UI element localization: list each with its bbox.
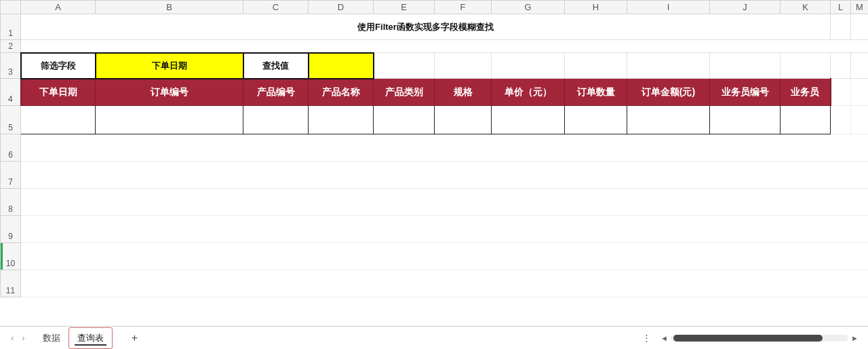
th-sales-name: 业务员 [781,79,831,106]
th-sales-no: 业务员编号 [710,79,781,106]
cell[interactable] [831,53,851,79]
select-all-corner[interactable] [1,1,21,14]
tab-options-icon[interactable]: ⋮ [642,333,658,343]
table-cell[interactable] [492,106,565,134]
row-header-6[interactable]: 6 [1,134,21,162]
col-header-D[interactable]: D [309,1,374,14]
col-header-M[interactable]: M [851,1,869,14]
table-cell[interactable] [710,106,781,134]
table-cell[interactable] [435,106,492,134]
cell[interactable] [21,189,869,216]
row-header-8[interactable]: 8 [1,189,21,216]
scrollbar-thumb[interactable] [673,335,823,342]
cell[interactable] [21,134,869,162]
col-header-J[interactable]: J [710,1,781,14]
th-product-name: 产品名称 [309,79,374,106]
cell[interactable] [21,216,869,243]
row-header-3[interactable]: 3 [1,53,21,79]
cell[interactable] [781,53,831,79]
table-cell[interactable] [627,106,710,134]
row-header-4[interactable]: 4 [1,79,21,106]
table-cell[interactable] [374,106,435,134]
tab-nav-next-icon[interactable]: › [22,333,24,343]
cell[interactable] [492,53,565,79]
cell[interactable] [565,53,627,79]
row-header-10[interactable]: 10 [1,243,21,270]
cell[interactable] [831,79,851,106]
row-header-5[interactable]: 5 [1,106,21,134]
row-header-1[interactable]: 1 [1,14,21,40]
col-header-K[interactable]: K [781,1,831,14]
th-category: 产品类别 [374,79,435,106]
row-header-2[interactable]: 2 [1,40,21,53]
cell[interactable] [710,53,781,79]
row-header-7[interactable]: 7 [1,162,21,189]
table-cell[interactable] [565,106,627,134]
col-header-H[interactable]: H [565,1,627,14]
th-amount: 订单金额(元) [627,79,710,106]
add-sheet-button[interactable]: + [126,329,143,347]
page-title: 使用Filter函数实现多字段模糊查找 [21,14,831,40]
table-cell[interactable] [243,106,309,134]
th-order-date: 下单日期 [21,79,96,106]
row-header-9[interactable]: 9 [1,216,21,243]
sheet-tab-query[interactable]: 查询表 [68,327,113,349]
cell[interactable] [21,40,869,53]
col-header-E[interactable]: E [374,1,435,14]
cell[interactable] [435,53,492,79]
scroll-right-icon[interactable]: ► [848,334,861,342]
tab-nav-prev-icon[interactable]: ‹ [11,333,14,343]
worksheet-grid[interactable]: A B C D E F G H I J K L M 1 使用Filter函数实现… [0,0,868,326]
cell[interactable] [374,53,435,79]
row-header-11[interactable]: 11 [1,270,21,297]
cell[interactable] [21,162,869,189]
horizontal-scrollbar[interactable]: ◄ ► [658,333,861,343]
th-qty: 订单数量 [565,79,627,106]
filter-field-value[interactable]: 下单日期 [96,53,243,79]
sheet-tab-data[interactable]: 数据 [35,328,68,348]
th-unit-price: 单价（元） [492,79,565,106]
cell[interactable] [21,270,869,297]
cell[interactable] [851,79,869,106]
filter-field-label: 筛选字段 [21,53,96,79]
col-header-C[interactable]: C [243,1,309,14]
table-cell[interactable] [21,106,96,134]
cell[interactable] [851,106,869,134]
th-spec: 规格 [435,79,492,106]
cell[interactable] [21,243,869,270]
scrollbar-track[interactable] [671,335,848,342]
cell[interactable] [831,106,851,134]
table-cell[interactable] [309,106,374,134]
col-header-F[interactable]: F [435,1,492,14]
col-header-B[interactable]: B [96,1,243,14]
sheet-tab-bar: ‹ › 数据 查询表 + ⋮ ◄ ► [0,326,868,349]
cell[interactable] [831,14,851,40]
filter-value-input[interactable] [309,53,374,79]
th-product-no: 产品编号 [243,79,309,106]
cell[interactable] [851,53,869,79]
filter-value-label: 查找值 [243,53,309,79]
cell[interactable] [627,53,710,79]
col-header-A[interactable]: A [21,1,96,14]
col-header-L[interactable]: L [831,1,851,14]
scroll-left-icon[interactable]: ◄ [658,334,671,342]
cell[interactable] [851,14,869,40]
table-cell[interactable] [781,106,831,134]
th-order-no: 订单编号 [96,79,243,106]
table-cell[interactable] [96,106,243,134]
col-header-G[interactable]: G [492,1,565,14]
col-header-I[interactable]: I [627,1,710,14]
